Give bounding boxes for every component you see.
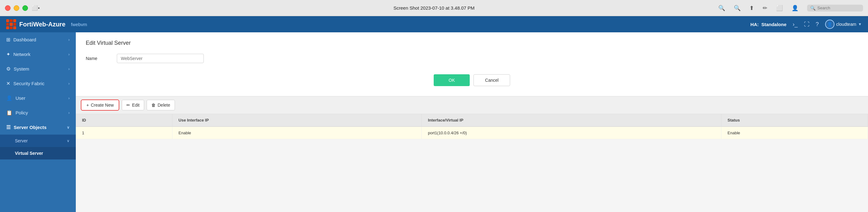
- edit-virtual-server-form: Edit Virtual Server Name OK Cancel: [76, 32, 868, 96]
- sidebar-item-label: User: [16, 95, 26, 101]
- col-header-interface-virtual-ip: Interface/Virtual IP: [422, 114, 721, 126]
- edit-icon[interactable]: ✏: [763, 5, 767, 11]
- sidebar-item-label: Dashboard: [13, 37, 36, 42]
- chevron-right-icon: ›: [68, 52, 70, 57]
- app-logo: FortiWeb-Azure fwebvm: [6, 19, 87, 29]
- maximize-button[interactable]: [22, 5, 28, 11]
- sidebar-item-label: Policy: [16, 110, 28, 115]
- create-new-label: Create New: [91, 102, 114, 108]
- window-controls: 🔍 🔍 ⬆ ✏ ⬜ 👤 🔍: [718, 5, 863, 11]
- ha-info: HA: Standalone: [750, 22, 786, 27]
- close-button[interactable]: [5, 5, 10, 11]
- edit-form-title: Edit Virtual Server: [86, 40, 858, 46]
- delete-label: Delete: [157, 102, 170, 108]
- logo-cell-2: [10, 19, 12, 22]
- logo-cell-5: [10, 23, 12, 26]
- create-new-button[interactable]: + Create New: [81, 99, 119, 111]
- chevron-right-icon: ›: [68, 67, 70, 71]
- name-input[interactable]: [117, 54, 204, 63]
- sidebar-item-network[interactable]: ✦ Network ›: [0, 47, 76, 62]
- sidebar-item-label: Server Objects: [14, 125, 46, 130]
- logo-cell-6: [13, 23, 16, 26]
- edit-button[interactable]: ✏ Edit: [122, 100, 144, 110]
- name-row: Name: [86, 54, 858, 63]
- logo-cell-3: [13, 19, 16, 22]
- logo-cell-4: [6, 23, 9, 26]
- person-icon[interactable]: 👤: [792, 5, 798, 11]
- trash-icon: 🗑: [151, 102, 156, 108]
- sidebar-item-user[interactable]: 👤 User ›: [0, 91, 76, 105]
- system-icon: ⚙: [6, 66, 10, 72]
- zoom-in-icon[interactable]: 🔍: [734, 5, 741, 11]
- window-chrome: ⬜▪ Screen Shot 2023-07-10 at 3.48.07 PM …: [0, 0, 868, 16]
- sidebar-item-label: System: [14, 66, 29, 71]
- search-input[interactable]: [817, 6, 855, 10]
- sidebar-item-server[interactable]: Server ∨: [0, 134, 76, 147]
- server-objects-icon: ☰: [6, 124, 10, 130]
- toolbar: + Create New ✏ Edit 🗑 Delete: [76, 96, 868, 114]
- col-header-use-interface-ip: Use Interface IP: [172, 114, 422, 126]
- user-menu[interactable]: 👤 cloudteam ▼: [825, 20, 862, 29]
- window-title: Screen Shot 2023-07-10 at 3.48.07 PM: [393, 5, 474, 10]
- edit-pencil-icon: ✏: [126, 102, 130, 108]
- sidebar-item-policy[interactable]: 📋 Policy ›: [0, 105, 76, 120]
- table-row[interactable]: 1 Enable port1(10.0.0.4/26 +/0) Enable: [76, 126, 868, 139]
- security-fabric-icon: ✕: [6, 81, 10, 86]
- name-label: Name: [86, 56, 111, 61]
- fullscreen-icon[interactable]: ⛶: [804, 21, 810, 28]
- terminal-icon[interactable]: ›_: [793, 21, 798, 28]
- sidebar-item-label: Network: [13, 52, 30, 57]
- logo-cell-9: [13, 26, 16, 29]
- cell-interface-virtual-ip: port1(10.0.0.4/26 +/0): [422, 126, 721, 139]
- col-header-status: Status: [721, 114, 868, 126]
- virtual-server-table-container: ID Use Interface IP Interface/Virtual IP…: [76, 114, 868, 212]
- col-header-id: ID: [76, 114, 172, 126]
- chevron-down-icon: ∨: [67, 139, 70, 143]
- chevron-down-icon: ∨: [67, 125, 70, 130]
- window-icon-expand[interactable]: ⬜: [776, 5, 783, 11]
- sidebar-item-label: Server: [15, 138, 28, 143]
- search-icon: 🔍: [810, 6, 815, 10]
- ok-button[interactable]: OK: [434, 74, 470, 86]
- content-area: Edit Virtual Server Name OK Cancel + Cre…: [76, 32, 868, 212]
- zoom-out-icon[interactable]: 🔍: [718, 5, 725, 11]
- search-box[interactable]: 🔍: [807, 5, 863, 11]
- sidebar-item-system[interactable]: ⚙ System ›: [0, 62, 76, 76]
- sidebar-item-dashboard[interactable]: ⊞ Dashboard ›: [0, 32, 76, 47]
- cell-status: Enable: [721, 126, 868, 139]
- network-icon: ✦: [6, 51, 10, 57]
- header-right: HA: Standalone ›_ ⛶ ? 👤 cloudteam ▼: [750, 20, 862, 29]
- avatar: 👤: [825, 20, 834, 29]
- sidebar-item-virtual-server[interactable]: Virtual Server: [0, 147, 76, 159]
- app-header: FortiWeb-Azure fwebvm HA: Standalone ›_ …: [0, 16, 868, 32]
- logo-cell-8: [10, 26, 12, 29]
- sidebar-item-server-objects[interactable]: ☰ Server Objects ∨: [0, 120, 76, 134]
- app-instance: fwebvm: [71, 22, 87, 27]
- user-chevron-icon: ▼: [858, 22, 862, 26]
- sidebar-item-security-fabric[interactable]: ✕ Security Fabric ›: [0, 76, 76, 91]
- chevron-right-icon: ›: [68, 96, 70, 100]
- main-layout: ⊞ Dashboard › ✦ Network › ⚙ System › ✕ S…: [0, 32, 868, 212]
- table-header-row: ID Use Interface IP Interface/Virtual IP…: [76, 114, 868, 126]
- minimize-button[interactable]: [14, 5, 19, 11]
- cell-id: 1: [76, 126, 172, 139]
- help-icon[interactable]: ?: [816, 21, 819, 28]
- delete-button[interactable]: 🗑 Delete: [147, 100, 175, 110]
- cell-use-interface-ip: Enable: [172, 126, 422, 139]
- plus-icon: +: [86, 102, 89, 108]
- sidebar-item-label: Security Fabric: [13, 81, 44, 86]
- chevron-right-icon: ›: [68, 111, 70, 115]
- app-name: FortiWeb-Azure: [19, 21, 66, 28]
- chevron-right-icon: ›: [68, 82, 70, 86]
- share-icon[interactable]: ⬆: [749, 5, 754, 11]
- ha-label: HA:: [750, 22, 759, 27]
- logo-cell-1: [6, 19, 9, 22]
- edit-label: Edit: [132, 102, 140, 108]
- cancel-button[interactable]: Cancel: [473, 74, 510, 86]
- chevron-right-icon: ›: [68, 38, 70, 42]
- sidebar-toggle-icon[interactable]: ⬜▪: [32, 5, 40, 11]
- sidebar-item-label: Virtual Server: [15, 151, 43, 156]
- fortiweb-logo: [6, 19, 16, 29]
- virtual-server-table: ID Use Interface IP Interface/Virtual IP…: [76, 114, 868, 139]
- logo-cell-7: [6, 26, 9, 29]
